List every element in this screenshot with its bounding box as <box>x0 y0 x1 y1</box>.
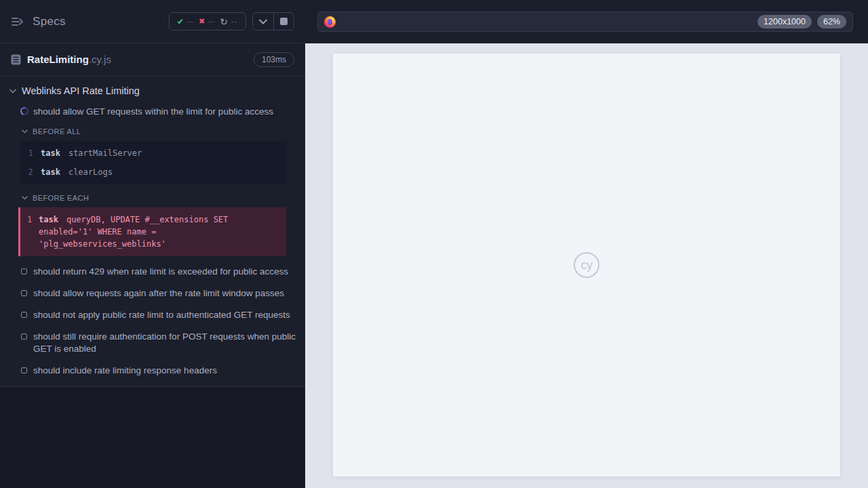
stat-passed: ✔ -- <box>177 17 194 26</box>
restart-icon: ↻ <box>220 17 228 26</box>
stage-background: cy <box>305 43 868 488</box>
stop-button[interactable] <box>273 13 294 30</box>
command-number: 1 <box>20 214 39 250</box>
sidebar-toggle-icon[interactable] <box>11 16 24 27</box>
file-icon <box>11 54 21 65</box>
command-number: 1 <box>20 147 41 159</box>
command-method: task <box>39 215 58 224</box>
before-each-commands: 1 taskqueryDB, UPDATE #__extensions SET … <box>18 207 286 256</box>
suite-title: Weblinks API Rate Limiting <box>22 85 140 96</box>
run-controls <box>252 12 294 30</box>
pending-square-icon <box>21 290 27 296</box>
hook-before-each[interactable]: BEFORE EACH <box>22 194 296 202</box>
command-row[interactable]: 1 taskstartMailServer <box>20 144 286 163</box>
test-row-pending[interactable]: should allow requests again after the ra… <box>20 287 296 300</box>
command-method: task <box>41 148 60 158</box>
pending-square-icon <box>21 312 27 318</box>
pending-square-icon <box>21 367 27 373</box>
stop-icon <box>280 18 288 25</box>
test-tree: Weblinks API Rate Limiting should allow … <box>0 76 305 386</box>
test-row-pending[interactable]: should return 429 when rate limit is exc… <box>20 266 296 278</box>
command-message: clearLogs <box>68 167 113 177</box>
chevron-down-icon <box>22 196 28 200</box>
app-viewport: cy <box>333 54 840 476</box>
zoom-level-badge: 62% <box>817 15 846 28</box>
hook-before-all[interactable]: BEFORE ALL <box>22 127 296 136</box>
collapse-all-button[interactable] <box>253 13 273 30</box>
firefox-icon <box>324 16 336 28</box>
check-icon: ✔ <box>177 18 184 26</box>
test-stats: ✔ -- ✖ -- ↻ -- <box>169 12 246 30</box>
test-row-pending[interactable]: should not apply public rate limit to au… <box>20 309 296 321</box>
browser-pane: 1200x1000 62% cy <box>305 0 868 488</box>
pending-square-icon <box>21 268 27 274</box>
hook-label: BEFORE EACH <box>33 194 89 202</box>
test-title: should include rate limiting response he… <box>33 365 217 377</box>
reporter-sidebar: Specs ✔ -- ✖ -- ↻ -- <box>0 0 305 488</box>
reporter-footer <box>0 386 305 488</box>
chevron-down-icon <box>22 129 28 134</box>
command-message: startMailServer <box>68 148 142 158</box>
test-row-running[interactable]: should allow GET requests within the lim… <box>20 106 296 118</box>
viewport-size-badge: 1200x1000 <box>757 15 812 28</box>
command-message: queryDB, UPDATE #__extensions SET enable… <box>39 215 228 249</box>
command-row[interactable]: 2 taskclearLogs <box>20 163 286 182</box>
pending-square-icon <box>21 333 27 340</box>
test-row-pending[interactable]: should include rate limiting response he… <box>20 365 296 377</box>
test-title: should still require authentication for … <box>33 331 296 355</box>
url-bar[interactable]: 1200x1000 62% <box>317 12 853 32</box>
x-icon: ✖ <box>199 18 205 25</box>
spec-file-row[interactable]: RateLimiting.cy.js 103ms <box>0 43 305 76</box>
stat-failed: ✖ -- <box>199 17 215 26</box>
test-title: should allow GET requests within the lim… <box>33 106 273 118</box>
test-row-pending[interactable]: should still require authentication for … <box>20 331 296 355</box>
cypress-logo-text: cy <box>581 258 593 272</box>
app: Specs ✔ -- ✖ -- ↻ -- <box>0 0 868 488</box>
specs-title: Specs <box>33 15 66 28</box>
suite-row[interactable]: Weblinks API Rate Limiting <box>9 85 296 96</box>
command-row-highlighted[interactable]: 1 taskqueryDB, UPDATE #__extensions SET … <box>20 210 286 253</box>
browser-toolbar: 1200x1000 62% <box>305 0 868 43</box>
spec-extension: .cy.js <box>89 54 111 65</box>
test-title: should not apply public rate limit to au… <box>33 309 290 321</box>
before-all-commands: 1 taskstartMailServer 2 taskclearLogs <box>20 141 286 184</box>
command-number: 2 <box>20 166 41 178</box>
test-title: should allow requests again after the ra… <box>33 287 284 300</box>
cypress-logo: cy <box>574 252 599 278</box>
stat-pending: ↻ -- <box>220 17 238 26</box>
spec-duration-badge: 103ms <box>254 52 294 67</box>
chevron-down-icon <box>9 89 16 94</box>
running-spinner-icon <box>19 106 30 117</box>
command-method: task <box>41 167 60 177</box>
test-title: should return 429 when rate limit is exc… <box>33 266 288 278</box>
hook-label: BEFORE ALL <box>33 127 81 136</box>
reporter-header: Specs ✔ -- ✖ -- ↻ -- <box>0 0 305 43</box>
spec-name: RateLimiting <box>27 54 89 65</box>
